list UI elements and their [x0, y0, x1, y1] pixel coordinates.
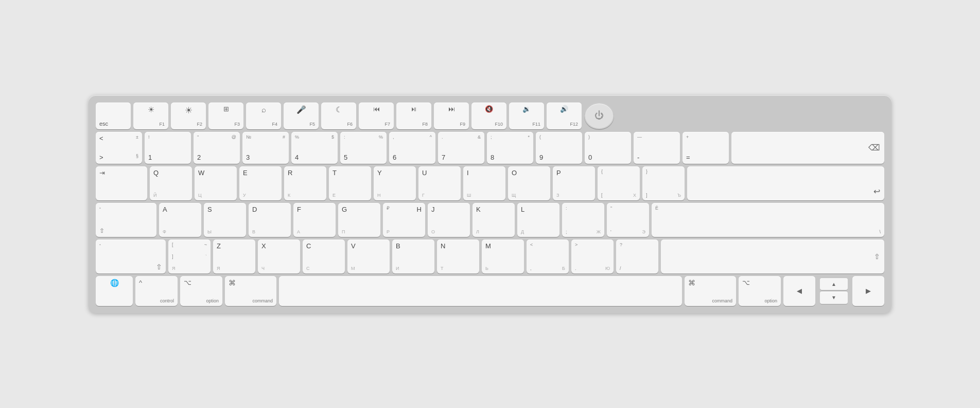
- key-v[interactable]: V М: [347, 240, 390, 274]
- key-f2[interactable]: ☀ F2: [171, 103, 206, 129]
- key-x[interactable]: X Ч: [258, 240, 300, 274]
- key-h[interactable]: ₽ H Р: [383, 203, 425, 237]
- key-option-right[interactable]: ⌥ option: [739, 276, 781, 306]
- key-f9[interactable]: ⏭ F9: [434, 103, 469, 129]
- power-button[interactable]: ⏻: [584, 103, 614, 129]
- key-globe[interactable]: 🌐: [96, 276, 133, 306]
- key-rbracket[interactable]: } ] Ъ: [642, 166, 685, 200]
- key-l[interactable]: L Д: [517, 203, 559, 237]
- key-z[interactable]: Z Я: [213, 240, 255, 274]
- key-p[interactable]: P З: [553, 166, 595, 200]
- key-backslash[interactable]: Ё \: [652, 203, 884, 237]
- key-option-left[interactable]: ⌥ option: [180, 276, 222, 306]
- control-sym: ^: [139, 279, 142, 286]
- mute-icon: 🔇: [485, 105, 493, 113]
- key-f11[interactable]: 🔉 F11: [509, 103, 544, 129]
- key-k[interactable]: K Л: [472, 203, 515, 237]
- key-arrow-up[interactable]: ▲: [820, 278, 848, 291]
- key-capslock[interactable]: • ⇧: [96, 203, 156, 237]
- key-o[interactable]: O Щ: [508, 166, 550, 200]
- key-semicolon[interactable]: : ; Ж: [562, 203, 604, 237]
- key-f12[interactable]: 🔊 F12: [547, 103, 582, 129]
- key-f[interactable]: F А: [293, 203, 336, 237]
- command-right-sym: ⌘: [688, 279, 695, 287]
- key-2[interactable]: " @ 2: [194, 132, 240, 164]
- key-lbracket[interactable]: { [ Х: [598, 166, 640, 200]
- power-icon: ⏻: [594, 110, 604, 121]
- key-c[interactable]: C С: [303, 240, 345, 274]
- key-m[interactable]: M Ь: [482, 240, 524, 274]
- key-s[interactable]: S Ы: [204, 203, 246, 237]
- shift-up-icon: ⇧: [156, 263, 162, 271]
- option-left-sym: ⌥: [184, 279, 191, 286]
- bottom-row: 🌐 ^ control ⌥ option ⌘ command ⌘ command…: [96, 276, 884, 306]
- key-b[interactable]: B И: [392, 240, 434, 274]
- key-7[interactable]: . & 7: [438, 132, 484, 164]
- key-minus[interactable]: — -: [634, 132, 680, 164]
- key-tilde-bracket[interactable]: [ ~ ] ` Я: [168, 240, 211, 274]
- key-f7[interactable]: ⏮ F7: [359, 103, 394, 129]
- key-arrow-down[interactable]: ▼: [820, 292, 848, 304]
- f4-label: F4: [272, 122, 277, 127]
- key-j[interactable]: J О: [428, 203, 470, 237]
- key-slash[interactable]: ? /: [616, 240, 658, 274]
- key-control[interactable]: ^ control: [135, 276, 178, 306]
- key-backspace[interactable]: ⌫: [731, 132, 884, 164]
- key-3[interactable]: № # 3: [242, 132, 289, 164]
- key-quote[interactable]: " ' Э: [607, 203, 649, 237]
- key-comma[interactable]: < , Б: [527, 240, 569, 274]
- key-r[interactable]: R К: [284, 166, 326, 200]
- tab-icon: ⇥: [99, 169, 105, 177]
- key-6[interactable]: , ^ 6: [389, 132, 435, 164]
- dnd-icon: ☾: [336, 105, 342, 114]
- f7-label: F7: [384, 122, 390, 127]
- key-5[interactable]: : % 5: [340, 132, 387, 164]
- key-arrow-right[interactable]: ▶: [852, 276, 884, 306]
- key-command-left[interactable]: ⌘ command: [225, 276, 276, 306]
- key-f8[interactable]: ⏯ F8: [396, 103, 431, 129]
- key-4[interactable]: % $ 4: [291, 132, 338, 164]
- key-y[interactable]: Y Н: [374, 166, 416, 200]
- key-g[interactable]: G П: [338, 203, 380, 237]
- key-t[interactable]: T Е: [329, 166, 371, 200]
- key-a[interactable]: A Ф: [159, 203, 201, 237]
- key-equals[interactable]: + =: [682, 132, 729, 164]
- command-left-sym: ⌘: [229, 279, 236, 287]
- number-row: < ± > § ! 1 " @ 2 № # 3: [96, 132, 884, 164]
- esc-label: esc: [99, 121, 108, 127]
- key-period[interactable]: > . Ю: [571, 240, 614, 274]
- key-0[interactable]: ) 0: [585, 132, 631, 164]
- microphone-icon: 🎤: [296, 105, 306, 114]
- key-1[interactable]: ! 1: [145, 132, 191, 164]
- key-d[interactable]: D В: [249, 203, 291, 237]
- return-icon: ↩: [873, 186, 880, 196]
- key-command-right[interactable]: ⌘ command: [685, 276, 736, 306]
- key-n[interactable]: N Т: [437, 240, 479, 274]
- key-return[interactable]: ↩: [687, 166, 884, 200]
- key-lshift[interactable]: • ⇧: [96, 240, 166, 274]
- key-i[interactable]: I Ш: [463, 166, 505, 200]
- key-u[interactable]: U Г: [418, 166, 461, 200]
- key-q[interactable]: Q Й: [150, 166, 192, 200]
- key-rshift[interactable]: ⇧: [661, 240, 884, 274]
- key-f1[interactable]: ☀ F1: [133, 103, 168, 129]
- key-8[interactable]: ; * 8: [487, 132, 533, 164]
- key-f5[interactable]: 🎤 F5: [284, 103, 319, 129]
- key-arrow-left[interactable]: ◀: [783, 276, 815, 306]
- key-esc[interactable]: esc: [96, 103, 131, 129]
- key-tab[interactable]: ⇥: [96, 166, 147, 200]
- key-w[interactable]: W Ц: [195, 166, 237, 200]
- key-f3[interactable]: ⊞ F3: [208, 103, 243, 129]
- f9-label: F9: [460, 122, 465, 127]
- key-9[interactable]: ( 9: [536, 132, 582, 164]
- key-f10[interactable]: 🔇 F10: [471, 103, 506, 129]
- qwerty-row: ⇥ Q Й W Ц E У R К T Е Y Н: [96, 166, 884, 200]
- volume-down-icon: 🔉: [522, 105, 531, 113]
- key-e[interactable]: E У: [239, 166, 282, 200]
- f1-label: F1: [159, 122, 165, 127]
- key-f4[interactable]: ⌕ F4: [246, 103, 281, 129]
- key-grave[interactable]: < ± > §: [96, 132, 142, 164]
- key-f6[interactable]: ☾ F6: [321, 103, 356, 129]
- key-spacebar[interactable]: [279, 276, 682, 306]
- f2-label: F2: [197, 122, 202, 127]
